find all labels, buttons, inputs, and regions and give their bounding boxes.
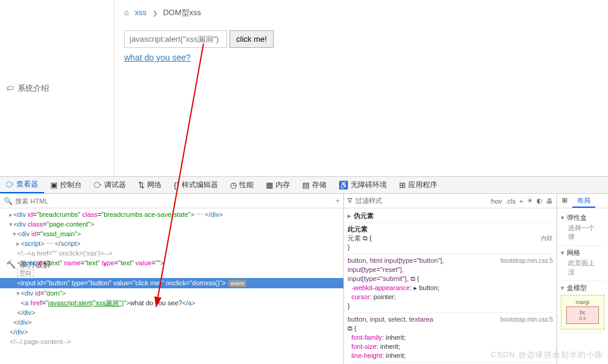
html-search: 🔍 + [0,194,343,208]
network-icon: ⇅ [138,180,145,190]
box-model: margi bc 0 2 [561,295,604,329]
devtools-tabs: ⧂查看器 ▣控制台 ⧂调试器 ⇅网络 {}样式编辑器 ◷性能 ▦内存 ▤存储 ♿… [0,177,608,194]
tab-memory[interactable]: ▦内存 [260,177,296,193]
memory-icon: ▦ [266,180,273,190]
a11y-icon: ♿ [339,180,348,190]
xss-input[interactable] [124,30,227,48]
layout-panel: ⊞ 布局 ▾弹性盒选择一个弹 ▾网格此页面上没 ▾盒模型 margi bc 0 … [557,194,608,364]
home-icon[interactable]: ⌂ [124,8,129,17]
filter-label[interactable]: 过滤样式 [355,196,382,205]
app-icon: ⊞ [399,180,406,190]
filter-icon: ∇ [348,197,352,205]
light-icon[interactable]: ☀ [527,197,533,205]
click-me-button[interactable]: click me! [230,30,274,48]
tab-style[interactable]: {}样式编辑器 [168,177,224,193]
console-icon: ▣ [50,180,58,190]
devtools: ⧂查看器 ▣控制台 ⧂调试器 ⇅网络 {}样式编辑器 ◷性能 ▦内存 ▤存储 ♿… [0,176,608,364]
style-icon: {} [174,180,179,190]
perf-icon: ◷ [230,180,237,190]
sidebar-label: 系统介绍 [18,83,49,94]
html-panel: 🔍 + ▸<div id="breadcrumbs" class="breadc… [0,194,344,364]
dark-icon[interactable]: ◐ [537,197,543,205]
tag-icon: 🏷 [6,84,14,93]
search-input[interactable] [15,197,333,205]
hov-toggle[interactable]: :hov [489,197,502,205]
plus-icon[interactable]: + [335,197,340,205]
tab-app[interactable]: ⊞应用程序 [393,177,443,193]
main-content: ⌂ xss ❯ DOM型xss click me! what do you se… [114,0,608,176]
layout-icon-tab[interactable]: ⊞ [557,194,572,208]
styles-panel: ∇ 过滤样式 :hov .cls + ☀ ◐ 🖶 ▸伪元素 此元素 元素 ⧉ {… [344,194,557,364]
breadcrumb: ⌂ xss ❯ DOM型xss [124,5,598,30]
selected-node: <input id="button" type="button" value="… [0,278,343,288]
breadcrumb-link[interactable]: xss [134,8,147,17]
cls-toggle[interactable]: .cls [506,197,516,205]
result-link[interactable]: what do you see? [124,53,191,62]
sidebar: 🏷 系统介绍 🔨 暴力破解 ▾ ⟨⟩ Cross-Site Scripting … [0,0,114,176]
inspector-icon: ⧂ [6,180,14,190]
debugger-icon: ⧂ [94,180,102,190]
sidebar-item-intro[interactable]: 🏷 系统介绍 [0,0,114,176]
chevron-right-icon: ❯ [153,10,157,16]
tab-network[interactable]: ⇅网络 [132,177,168,193]
storage-icon: ▤ [302,180,309,190]
tab-storage[interactable]: ▤存储 [296,177,332,193]
layout-tab[interactable]: 布局 [572,194,595,208]
tab-perf[interactable]: ◷性能 [224,177,260,193]
tab-a11y[interactable]: ♿无障碍环境 [332,177,393,193]
search-icon: 🔍 [4,197,13,205]
plus-icon[interactable]: + [520,197,523,205]
tab-debugger[interactable]: ⧂调试器 [88,177,132,193]
tab-inspector[interactable]: ⧂查看器 [0,177,44,193]
dom-tree[interactable]: ▸<div id="breadcrumbs" class="breadcrumb… [0,208,343,364]
watermark: CSDN @边缘拼命划水的小陈 [491,349,603,360]
tab-console[interactable]: ▣控制台 [44,177,88,193]
print-icon[interactable]: 🖶 [546,197,553,205]
breadcrumb-current: DOM型xss [163,8,201,17]
